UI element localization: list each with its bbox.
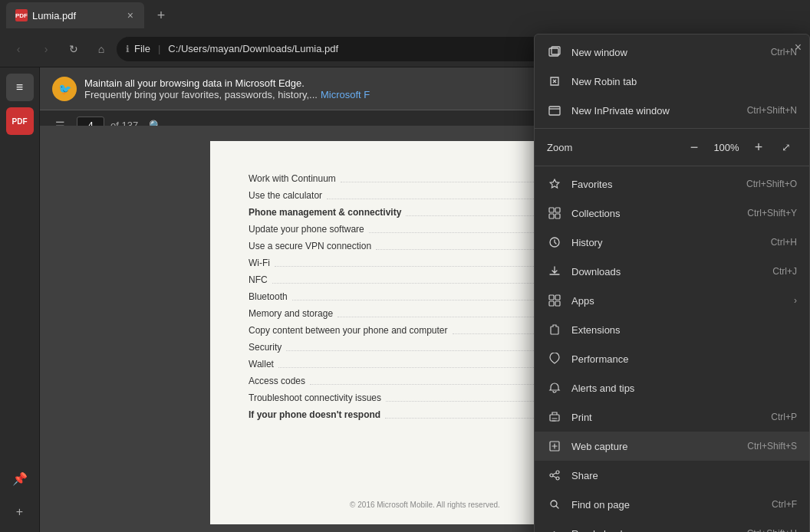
menu-label-apps: Apps (571, 295, 785, 307)
tabs-icon: ≡ (16, 80, 23, 94)
menu-item-apps[interactable]: Apps› (535, 286, 809, 315)
sidebar: ≡ PDF 📌 + (0, 67, 40, 532)
web-capture-icon (547, 438, 562, 454)
menu-label-share: Share (571, 470, 797, 481)
add-icon: + (16, 505, 23, 519)
zoom-expand-button[interactable]: ⤢ (775, 136, 797, 158)
menu-arrow-apps: › (794, 295, 797, 306)
menu-shortcut-print: Ctrl+P (771, 412, 797, 422)
new-robin-tab-icon (547, 74, 562, 89)
menu-item-extensions[interactable]: Extensions (535, 315, 809, 344)
menu-item-new-inprivate[interactable]: New InPrivate windowCtrl+Shift+N (535, 96, 809, 125)
refresh-button[interactable]: ↻ (61, 37, 86, 61)
pdf-icon: PDF (12, 117, 28, 126)
svg-rect-2 (549, 107, 560, 115)
svg-rect-5 (549, 214, 554, 218)
menu-item-performance[interactable]: Performance (535, 344, 809, 373)
alerts-tips-icon (547, 380, 562, 396)
new-window-icon (547, 44, 562, 60)
downloads-icon (547, 264, 562, 279)
menu-item-alerts-tips[interactable]: Alerts and tips (535, 373, 809, 402)
zoom-value: 100% (711, 142, 742, 153)
extensions-icon (547, 322, 562, 337)
zoom-row: Zoom − 100% + ⤢ (535, 132, 809, 163)
notification-link[interactable]: Microsoft F (321, 89, 370, 100)
menu-item-new-window[interactable]: New windowCtrl+N (535, 38, 809, 67)
menu-label-performance: Performance (571, 353, 797, 365)
svg-point-15 (550, 474, 553, 477)
menu-item-downloads[interactable]: DownloadsCtrl+J (535, 257, 809, 286)
sidebar-pin-button[interactable]: 📌 (6, 465, 34, 492)
menu-divider (535, 128, 809, 129)
menu-label-read-aloud: Read aloud (571, 528, 738, 533)
menu-shortcut-history: Ctrl+H (771, 237, 797, 248)
menu-item-read-aloud[interactable]: ARead aloudCtrl+Shift+U (535, 519, 809, 532)
address-info-icon: ℹ (126, 44, 130, 54)
menu-item-print[interactable]: PrintCtrl+P (535, 402, 809, 432)
find-on-page-icon (547, 497, 562, 512)
performance-icon (547, 351, 562, 366)
collections-icon (547, 205, 562, 221)
menu-label-web-capture: Web capture (571, 441, 738, 452)
menu-label-alerts-tips: Alerts and tips (571, 383, 797, 394)
menu-item-collections[interactable]: CollectionsCtrl+Shift+Y (535, 199, 809, 228)
title-bar: PDF Lumia.pdf × + (0, 0, 810, 31)
favorites-icon (547, 176, 562, 192)
menu-item-find-on-page[interactable]: Find on pageCtrl+F (535, 490, 809, 519)
zoom-label: Zoom (547, 142, 677, 153)
sidebar-tabs-button[interactable]: ≡ (6, 74, 34, 101)
address-path: C:/Users/mayan/Downloads/Lumia.pdf (168, 43, 338, 54)
svg-point-16 (556, 477, 559, 480)
zoom-plus-button[interactable]: + (748, 136, 769, 158)
menu-label-downloads: Downloads (571, 266, 763, 277)
back-button[interactable]: ‹ (6, 37, 31, 61)
menu-label-history: History (571, 237, 762, 248)
tab-pdf-icon: PDF (15, 9, 28, 21)
tab-close-button[interactable]: × (126, 8, 135, 23)
svg-rect-11 (555, 301, 560, 306)
menu-shortcut-favorites: Ctrl+Shift+O (746, 179, 797, 189)
share-icon (547, 468, 562, 483)
zoom-minus-button[interactable]: − (683, 136, 705, 158)
forward-button[interactable]: › (34, 37, 58, 61)
menu-shortcut-new-inprivate: Ctrl+Shift+N (747, 105, 797, 116)
menu-shortcut-collections: Ctrl+Shift+Y (747, 208, 797, 218)
menu-item-favorites[interactable]: FavoritesCtrl+Shift+O (535, 169, 809, 199)
menu-shortcut-downloads: Ctrl+J (772, 266, 797, 277)
menu-label-collections: Collections (571, 208, 738, 219)
print-icon (547, 409, 562, 425)
sidebar-pdf-button[interactable]: PDF (6, 107, 34, 135)
address-separator: | (158, 43, 160, 54)
notification-subtitle: Frequently bring your favorites, passwor… (84, 89, 318, 100)
menu-label-favorites: Favorites (571, 179, 737, 190)
menu-shortcut-new-window: Ctrl+N (771, 47, 797, 57)
svg-rect-3 (549, 208, 554, 212)
home-button[interactable]: ⌂ (89, 37, 114, 61)
new-inprivate-icon (547, 103, 562, 118)
menu-label-new-robin-tab: New Robin tab (571, 76, 797, 87)
sidebar-add-button[interactable]: + (6, 498, 34, 526)
menu-item-share[interactable]: Share (535, 461, 809, 490)
notification-icon: 🐦 (52, 77, 77, 101)
svg-text:A: A (550, 529, 557, 532)
svg-rect-6 (555, 214, 560, 218)
dropdown-menu: × New windowCtrl+NNew Robin tabNew InPri… (534, 34, 810, 532)
pin-icon: 📌 (12, 471, 28, 486)
address-file-label: File (134, 43, 150, 54)
copyright-text: © 2016 Microsoft Mobile. All rights rese… (350, 501, 500, 509)
svg-rect-9 (555, 295, 560, 300)
svg-rect-10 (549, 301, 554, 306)
new-tab-button[interactable]: + (150, 5, 172, 26)
menu-item-new-robin-tab[interactable]: New Robin tab (535, 67, 809, 96)
svg-point-14 (556, 471, 559, 474)
read-aloud-icon: A (547, 526, 562, 532)
menu-item-web-capture[interactable]: Web captureCtrl+Shift+S (535, 432, 809, 461)
history-icon (547, 235, 562, 250)
menu-item-history[interactable]: HistoryCtrl+H (535, 228, 809, 257)
svg-rect-8 (549, 295, 554, 300)
menu-shortcut-web-capture: Ctrl+Shift+S (747, 441, 797, 452)
menu-label-extensions: Extensions (571, 324, 797, 336)
menu-label-find-on-page: Find on page (571, 499, 762, 511)
menu-label-new-inprivate: New InPrivate window (571, 105, 738, 117)
browser-tab[interactable]: PDF Lumia.pdf × (6, 2, 144, 28)
